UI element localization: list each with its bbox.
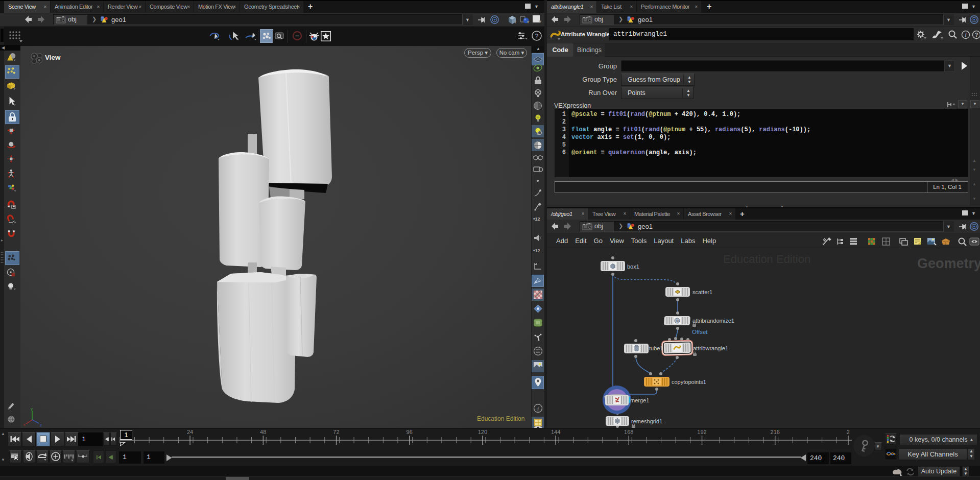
svg-text:Education Edition: Education Edition: [723, 253, 810, 266]
svg-text:i: i: [537, 405, 539, 412]
svg-text:remeshgrid1: remeshgrid1: [631, 418, 662, 424]
svg-text:Offset: Offset: [692, 329, 708, 335]
svg-text:z: z: [40, 423, 42, 427]
svg-text:24: 24: [187, 429, 193, 435]
svg-text:48: 48: [260, 429, 266, 435]
svg-text:2: 2: [847, 429, 850, 435]
svg-text:18: 18: [675, 319, 679, 323]
svg-text:?: ?: [535, 33, 539, 40]
svg-text:168: 168: [624, 429, 633, 435]
svg-text:216: 216: [771, 429, 780, 435]
svg-text:144: 144: [551, 429, 560, 435]
svg-text:?: ?: [975, 32, 978, 38]
svg-text:scatter1: scatter1: [692, 289, 712, 295]
svg-text:box1: box1: [627, 263, 639, 270]
svg-text:i: i: [965, 32, 966, 38]
svg-text:96: 96: [407, 429, 413, 435]
svg-text:x: x: [23, 422, 26, 427]
svg-text:copytopoints1: copytopoints1: [672, 379, 706, 385]
svg-text:attribwrangle1: attribwrangle1: [693, 345, 728, 351]
svg-text:192: 192: [697, 429, 706, 435]
svg-text:y: y: [31, 406, 33, 411]
svg-text:120: 120: [478, 429, 487, 435]
svg-text:tube1: tube1: [649, 345, 663, 351]
svg-text:merge1: merge1: [630, 397, 649, 403]
svg-text:72: 72: [333, 429, 339, 435]
svg-text:attribrandomize1: attribrandomize1: [692, 318, 734, 324]
svg-text:Geometry: Geometry: [917, 256, 980, 271]
